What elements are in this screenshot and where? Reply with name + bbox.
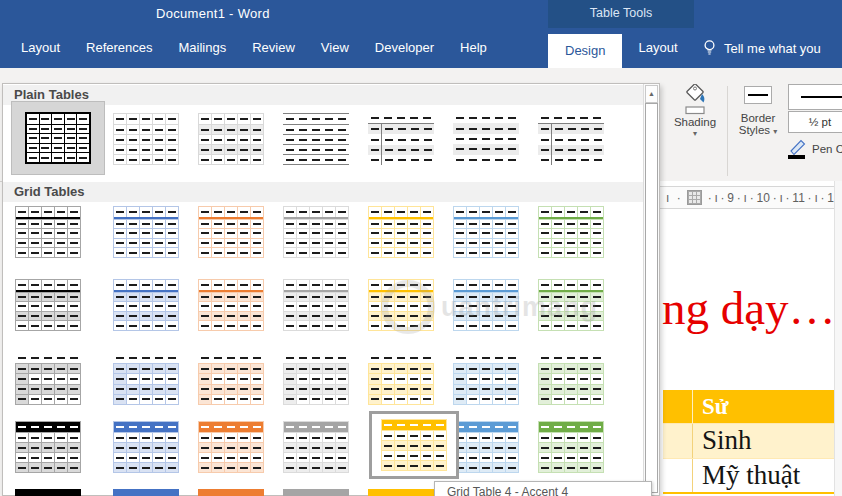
style-thumb-grid-3-4[interactable]: [381, 419, 447, 471]
ruler-mark: ·: [721, 191, 725, 205]
style-thumb-grid-2-5[interactable]: [453, 353, 519, 405]
line-weight-dropdown[interactable]: ½ pt: [788, 111, 842, 133]
table-styles-gallery: Plain Tables Grid Tables uantrimang ▲: [2, 83, 660, 496]
ruler-mark: ı: [814, 191, 817, 205]
tab-references[interactable]: References: [73, 28, 165, 68]
table-header-row: Sử: [663, 390, 835, 423]
style-thumb-grid-1-1[interactable]: [113, 279, 179, 331]
table-cell: Sinh: [693, 424, 835, 458]
selected-style-box[interactable]: [11, 101, 105, 175]
style-thumb-grid-2-0[interactable]: [15, 353, 81, 405]
main-tabs: LayoutReferencesMailingsReviewViewDevelo…: [8, 28, 500, 68]
style-thumb-grid-3-2[interactable]: [198, 421, 264, 473]
document-page[interactable]: ı · ·ı·9·ı·10·ı·11·ı·1 ng dạy… Sử Sinh M…: [660, 181, 842, 496]
style-thumb-grid-4-3[interactable]: [283, 489, 349, 496]
style-thumb-grid-4-2[interactable]: [198, 489, 264, 496]
style-thumb-grid-2-3[interactable]: [283, 353, 349, 405]
document-red-text: ng dạy…: [662, 281, 836, 335]
ruler-mark: ·: [708, 191, 712, 205]
table-cell: Mỹ thuật: [693, 459, 835, 492]
ruler-mark: 11: [792, 191, 804, 205]
style-thumb-grid-1-6[interactable]: [538, 279, 604, 331]
contextual-group-label: Table Tools: [548, 6, 694, 20]
hovered-style-box[interactable]: [369, 411, 459, 479]
tab-mailings[interactable]: Mailings: [166, 28, 240, 68]
ribbon-tab-row: LayoutReferencesMailingsReviewViewDevelo…: [0, 28, 842, 68]
line-style-dropdown[interactable]: [788, 84, 842, 110]
ruler-mark: ı: [779, 191, 782, 205]
tab-help[interactable]: Help: [447, 28, 500, 68]
style-thumb-grid-2-1[interactable]: [113, 353, 179, 405]
style-thumb-grid-1-3[interactable]: [283, 279, 349, 331]
style-thumb-grid-2-2[interactable]: [198, 353, 264, 405]
ruler-marks: ·ı·9·ı·10·ı·11·ı·1: [706, 191, 842, 205]
ruler-pre-marks: ı ·: [666, 191, 683, 205]
tab-developer[interactable]: Developer: [362, 28, 447, 68]
style-thumb-grid-3-6[interactable]: [538, 421, 604, 473]
style-thumb-plain-0-3[interactable]: [283, 113, 349, 165]
lightbulb-icon: [702, 39, 717, 57]
style-thumb-plain-0-5[interactable]: [453, 113, 519, 165]
ruler-mark: ·: [808, 191, 812, 205]
style-thumb-grid-2-6[interactable]: [538, 353, 604, 405]
chevron-down-icon: ▾: [693, 129, 697, 138]
gallery-scrollbar[interactable]: ▲: [643, 84, 659, 495]
style-thumb-grid-4-0[interactable]: [15, 489, 81, 496]
tab-view[interactable]: View: [308, 28, 362, 68]
style-thumb-grid-0-0[interactable]: [15, 206, 81, 258]
style-thumb-grid-4-4[interactable]: [368, 489, 434, 496]
style-thumb-plain-0-6[interactable]: [538, 113, 604, 165]
style-thumb-grid-3-5[interactable]: [453, 421, 519, 473]
pen-icon: [788, 138, 808, 160]
section-header-grid-tables: Grid Tables: [3, 182, 644, 202]
ruler-mark: ·: [750, 191, 754, 205]
style-thumb-plain-0-0[interactable]: [25, 112, 91, 164]
style-thumb-plain-0-2[interactable]: [198, 113, 264, 165]
contextual-tab-design[interactable]: Design: [548, 34, 622, 68]
table-header-cell: Sử: [693, 390, 835, 423]
style-thumb-grid-3-0[interactable]: [15, 421, 81, 473]
style-thumb-grid-0-1[interactable]: [113, 206, 179, 258]
border-styles-button[interactable]: Border Styles ▾: [729, 86, 787, 136]
table-row: Mỹ thuật: [663, 458, 835, 492]
ruler-mark: 9: [727, 191, 734, 205]
style-thumb-grid-0-4[interactable]: [368, 206, 434, 258]
tab-layout[interactable]: Layout: [8, 28, 73, 68]
ruler-mark: ·: [821, 191, 825, 205]
ruler-mark: 10: [757, 191, 770, 205]
style-thumb-grid-1-4[interactable]: [368, 279, 434, 331]
paint-bucket-icon: [678, 84, 712, 116]
contextual-tab-layout[interactable]: Layout: [622, 28, 693, 68]
document-scrollbar[interactable]: [834, 181, 842, 496]
style-thumb-plain-0-1[interactable]: [113, 113, 179, 165]
tell-me-label: Tell me what you: [724, 41, 821, 56]
style-thumb-grid-0-6[interactable]: [538, 206, 604, 258]
ruler-mark: ı: [714, 191, 717, 205]
border-styles-label-2: Styles ▾: [739, 124, 778, 136]
style-thumb-grid-1-0[interactable]: [15, 279, 81, 331]
table-row: Sinh: [663, 423, 835, 458]
table-header-first-cell: [663, 390, 693, 423]
ruler-mark: ·: [786, 191, 790, 205]
style-thumb-plain-0-4[interactable]: [368, 113, 434, 165]
gallery-scrollbar-thumb[interactable]: [645, 103, 658, 493]
table-bottom-border: [663, 492, 835, 494]
scroll-up-icon[interactable]: ▲: [645, 85, 658, 103]
style-thumb-grid-0-5[interactable]: [453, 206, 519, 258]
style-thumb-grid-3-3[interactable]: [283, 421, 349, 473]
style-thumb-grid-1-5[interactable]: [453, 279, 519, 331]
document-table-preview[interactable]: Sử Sinh Mỹ thuật: [663, 390, 835, 494]
style-thumb-grid-4-1[interactable]: [113, 489, 179, 496]
style-thumb-grid-2-4[interactable]: [368, 353, 434, 405]
table-move-handle-icon[interactable]: [687, 190, 702, 205]
tell-me-box[interactable]: Tell me what you: [702, 28, 842, 68]
shading-button[interactable]: Shading ▾: [666, 84, 724, 138]
style-thumb-grid-1-2[interactable]: [198, 279, 264, 331]
pen-color-button[interactable]: Pen Color: [788, 136, 842, 162]
style-thumb-grid-0-3[interactable]: [283, 206, 349, 258]
border-styles-label-1: Border: [741, 112, 776, 124]
style-thumb-grid-3-1[interactable]: [113, 421, 179, 473]
style-thumb-grid-0-2[interactable]: [198, 206, 264, 258]
horizontal-ruler: ı · ·ı·9·ı·10·ı·11·ı·1: [660, 186, 842, 209]
tab-review[interactable]: Review: [239, 28, 308, 68]
